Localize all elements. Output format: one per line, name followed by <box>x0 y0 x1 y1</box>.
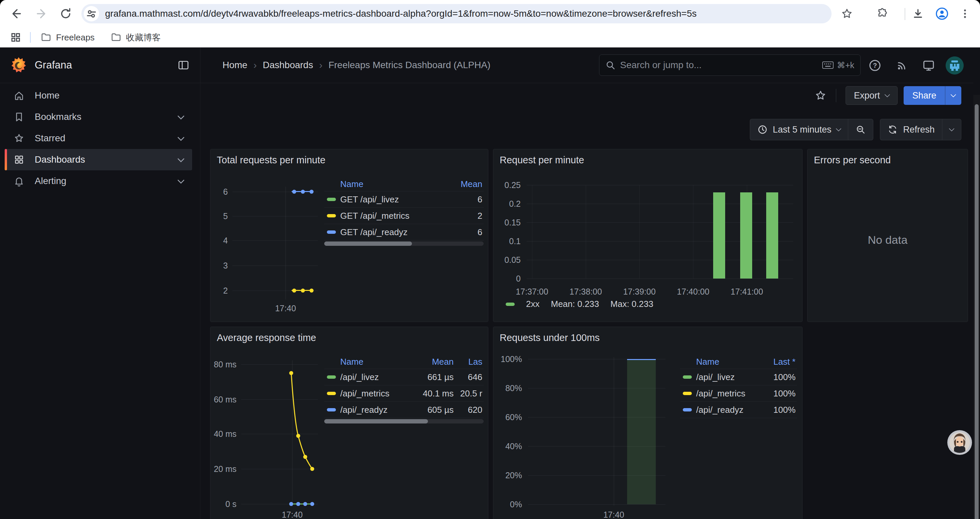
back-button[interactable] <box>10 7 23 21</box>
legend: 2xx Mean: 0.233 Max: 0.233 <box>506 299 654 309</box>
bar-under-100ms <box>627 359 656 504</box>
sidebar-item-alerting[interactable]: Alerting <box>5 170 192 192</box>
dashboard-main: Export Share Last 5 minutes <box>200 83 973 519</box>
sidebar-item-label: Alerting <box>35 176 66 186</box>
extensions-icon[interactable] <box>876 7 889 21</box>
apps-grid-icon[interactable] <box>9 30 23 45</box>
legend-scrollbar[interactable] <box>324 419 484 423</box>
legend-scrollbar[interactable] <box>324 241 484 246</box>
legend-row: GET /api/_readyz 6 <box>324 224 484 241</box>
refresh-interval-button[interactable] <box>942 119 961 140</box>
folder-icon <box>41 32 51 43</box>
series-swatch[interactable] <box>327 408 336 412</box>
sidebar-nav: Home Bookmarks Starred Dashboards Alerti… <box>0 83 200 519</box>
toolbar-separator <box>905 8 905 20</box>
chevron-down-icon[interactable] <box>177 113 185 120</box>
y-tick: 80% <box>493 383 522 393</box>
bookmark-folder-blogs[interactable]: 收藏博客 <box>111 32 161 43</box>
favorite-star-icon[interactable] <box>815 89 827 102</box>
zoom-out-icon <box>856 125 865 134</box>
y-tick: 6 <box>210 187 228 197</box>
legend-row: /api/_readyz 100% <box>680 402 797 418</box>
panel-title[interactable]: Total requests per minute <box>217 155 326 166</box>
export-button[interactable]: Export <box>846 86 897 105</box>
legend-table: Name Mean Las /api/_livez 661 µs 646 /ap… <box>324 355 484 418</box>
bookmark-icon <box>13 111 25 123</box>
scrollbar-thumb[interactable] <box>975 104 978 519</box>
share-button[interactable]: Share <box>904 86 945 105</box>
series-swatch[interactable] <box>327 392 336 395</box>
series-swatch[interactable] <box>683 392 692 395</box>
sidebar-item-dashboards[interactable]: Dashboards <box>5 149 192 170</box>
profile-icon[interactable] <box>935 7 949 21</box>
x-tick: 17:40 <box>282 510 303 519</box>
time-controls: Last 5 minutes Refresh <box>750 119 961 140</box>
grafana-header: Grafana Home › Dashboards › Freeleaps Me… <box>0 48 973 83</box>
bookmarks-divider <box>30 32 31 43</box>
sidebar-item-home[interactable]: Home <box>5 85 192 106</box>
sidebar-item-bookmarks[interactable]: Bookmarks <box>5 106 192 128</box>
x-tick: 17:41:00 <box>730 287 763 297</box>
legend-header-last[interactable]: Las <box>455 357 484 367</box>
bar-2xx <box>740 192 752 278</box>
url-bar[interactable]: grafana.mathmast.com/d/deytv4rwavabkb/fr… <box>81 4 832 23</box>
downloads-icon[interactable] <box>911 7 925 21</box>
chevron-down-icon[interactable] <box>177 177 185 184</box>
legend-header-name[interactable]: Name <box>696 357 759 367</box>
reload-button[interactable] <box>59 7 73 21</box>
dashboards-grid-icon <box>13 154 25 165</box>
search-shortcut: ⌘+k <box>822 61 854 70</box>
refresh-button[interactable]: Refresh <box>880 119 942 140</box>
floating-assistant-avatar[interactable] <box>947 430 972 455</box>
legend-header-last[interactable]: Last * <box>759 357 797 367</box>
panel-title[interactable]: Average response time <box>217 332 316 343</box>
series-swatch[interactable] <box>506 303 515 306</box>
y-tick: 100% <box>493 355 522 364</box>
site-settings-icon[interactable] <box>84 6 99 21</box>
series-swatch[interactable] <box>683 408 692 412</box>
series-swatch[interactable] <box>327 198 336 201</box>
breadcrumb-home[interactable]: Home <box>223 60 248 70</box>
sidebar-item-starred[interactable]: Starred <box>5 128 192 149</box>
share-menu-button[interactable] <box>945 86 961 105</box>
legend-header-name[interactable]: Name <box>340 179 449 189</box>
panel-average-response-time: Average response time 80 ms 60 ms 40 ms … <box>210 327 488 519</box>
legend-header-mean[interactable]: Mean <box>449 179 484 189</box>
bookmark-star-icon[interactable] <box>840 7 854 21</box>
series-swatch[interactable] <box>327 214 336 217</box>
legend-header-mean[interactable]: Mean <box>412 357 455 367</box>
help-icon[interactable]: ? <box>868 58 882 72</box>
legend-row: GET /api/_livez 6 <box>324 192 484 208</box>
panel-total-requests-per-minute: Total requests per minute 6 5 4 3 2 <box>210 149 488 322</box>
forward-button[interactable] <box>34 7 48 21</box>
time-range-picker[interactable]: Last 5 minutes <box>750 119 848 140</box>
user-avatar[interactable] <box>946 56 964 75</box>
legend-mean: Mean: 0.233 <box>551 299 599 309</box>
chevron-down-icon <box>836 126 842 132</box>
series-swatch[interactable] <box>327 375 336 379</box>
no-data-message: No data <box>808 233 968 246</box>
y-tick: 0.2 <box>493 199 521 209</box>
y-tick: 0.25 <box>493 180 521 190</box>
series-swatch[interactable] <box>683 375 692 379</box>
panel-title[interactable]: Requests under 100ms <box>500 332 600 343</box>
kiosk-monitor-icon[interactable] <box>922 58 935 72</box>
x-tick: 17:37:00 <box>516 287 548 297</box>
zoom-out-time-button[interactable] <box>848 119 873 140</box>
chevron-down-icon[interactable] <box>177 155 185 162</box>
breadcrumb-dashboards[interactable]: Dashboards <box>263 60 313 70</box>
dock-menu-toggle-icon[interactable] <box>177 59 189 71</box>
grafana-logo-icon[interactable] <box>10 56 27 74</box>
browser-menu-icon[interactable] <box>958 7 972 21</box>
series-swatch[interactable] <box>327 230 336 234</box>
panel-title[interactable]: Request per minute <box>500 155 584 166</box>
bookmark-folder-freeleaps[interactable]: Freeleaps <box>41 32 95 43</box>
search-placeholder: Search or jump to... <box>620 60 702 70</box>
news-rss-icon[interactable] <box>895 58 909 72</box>
bell-icon <box>13 175 25 187</box>
chevron-down-icon[interactable] <box>177 134 185 141</box>
search-input[interactable]: Search or jump to... ⌘+k <box>599 54 861 76</box>
legend-header-name[interactable]: Name <box>340 357 412 367</box>
panel-title[interactable]: Errors per second <box>814 155 891 166</box>
page-scrollbar[interactable] <box>973 95 980 519</box>
